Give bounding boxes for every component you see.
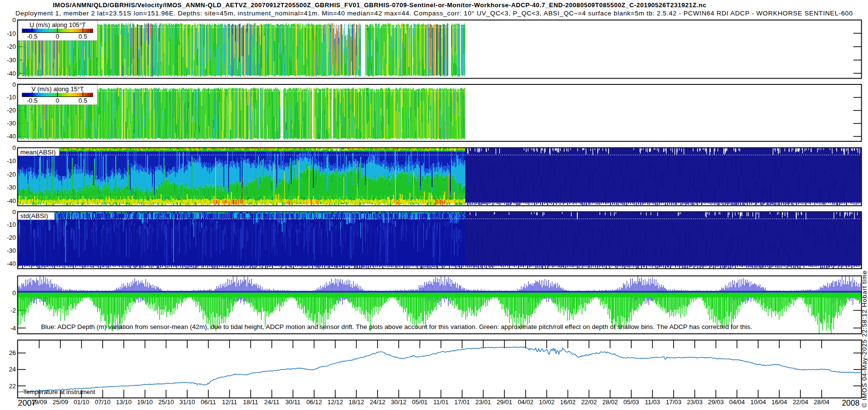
svg-text:-40: -40: [7, 70, 16, 77]
svg-text:12/11: 12/11: [222, 398, 237, 406]
svg-text:2007: 2007: [18, 398, 36, 408]
svg-text:0: 0: [56, 33, 59, 40]
svg-text:-0.5: -0.5: [27, 33, 37, 40]
svg-text:-10: -10: [7, 30, 16, 37]
svg-text:mean(ABSI): mean(ABSI): [20, 149, 56, 156]
svg-text:-30: -30: [7, 120, 16, 127]
svg-text:0: 0: [13, 16, 16, 24]
svg-text:29/01: 29/01: [497, 398, 513, 406]
svg-text:16/04: 16/04: [772, 398, 787, 406]
svg-text:IMOS/ANMN/QLD/GBRHIS/Velocity/: IMOS/ANMN/QLD/GBRHIS/Velocity/IMOS_ANMN-…: [53, 1, 706, 9]
svg-text:-2: -2: [10, 307, 16, 314]
svg-text:-20: -20: [7, 171, 16, 178]
svg-text:std(ABSI): std(ABSI): [20, 212, 48, 219]
svg-text:23/01: 23/01: [475, 398, 491, 406]
svg-text:-10: -10: [7, 94, 16, 101]
svg-text:13/10: 13/10: [116, 398, 132, 406]
svg-text:04/04: 04/04: [729, 398, 745, 406]
svg-text:05/01: 05/01: [412, 398, 428, 406]
svg-text:22: 22: [9, 383, 16, 390]
svg-text:18/12: 18/12: [349, 398, 365, 406]
svg-text:-40: -40: [7, 260, 16, 267]
svg-text:24: 24: [9, 366, 16, 373]
svg-text:26: 26: [9, 349, 16, 356]
svg-text:06/12: 06/12: [306, 398, 322, 406]
svg-text:17/01: 17/01: [454, 398, 470, 406]
svg-text:Blue: ADCP Depth (m) variation: Blue: ADCP Depth (m) variation from sens…: [41, 323, 752, 330]
svg-text:0.5: 0.5: [79, 97, 87, 104]
svg-text:-20: -20: [7, 43, 16, 50]
svg-text:07/10: 07/10: [95, 398, 111, 406]
svg-text:04/02: 04/02: [518, 398, 534, 406]
svg-text:22/04: 22/04: [793, 398, 809, 406]
svg-text:23/03: 23/03: [687, 398, 703, 406]
svg-text:10/04: 10/04: [750, 398, 766, 406]
svg-text:29/03: 29/03: [708, 398, 724, 406]
svg-text:Deployment 1, member 2 lat=23.: Deployment 1, member 2 lat=23.51S lon=15…: [15, 10, 853, 17]
svg-text:05/03: 05/03: [624, 398, 639, 406]
svg-text:-10: -10: [7, 157, 16, 164]
svg-text:28/04: 28/04: [814, 398, 830, 406]
svg-text:24/12: 24/12: [370, 398, 386, 406]
svg-text:22/02: 22/02: [581, 398, 597, 406]
svg-text:12/12: 12/12: [327, 398, 343, 406]
svg-text:25/10: 25/10: [158, 398, 174, 406]
svg-text:31/10: 31/10: [179, 398, 195, 406]
svg-text:0: 0: [13, 289, 16, 297]
svg-text:Temperature at instrument: Temperature at instrument: [23, 388, 95, 396]
svg-text:18/11: 18/11: [243, 398, 258, 406]
svg-text:0: 0: [13, 81, 16, 88]
svg-text:-20: -20: [7, 234, 16, 241]
svg-text:10/02: 10/02: [539, 398, 555, 406]
svg-text:16/02: 16/02: [560, 398, 576, 406]
svg-text:0: 0: [13, 208, 16, 216]
svg-text:11/03: 11/03: [645, 398, 660, 406]
svg-text:-40: -40: [7, 133, 16, 140]
svg-text:0: 0: [56, 97, 59, 104]
svg-text:01/10: 01/10: [74, 398, 90, 406]
svg-text:-40: -40: [7, 197, 16, 205]
svg-text:-0.5: -0.5: [27, 97, 37, 104]
svg-text:24/11: 24/11: [264, 398, 280, 406]
svg-text:25/09: 25/09: [53, 398, 68, 406]
svg-text:30/12: 30/12: [391, 398, 407, 406]
svg-text:19/10: 19/10: [137, 398, 153, 406]
svg-text:0.5: 0.5: [79, 33, 87, 40]
svg-text:-10: -10: [7, 221, 16, 228]
svg-text:2008: 2008: [842, 398, 860, 407]
svg-text:30/11: 30/11: [285, 398, 301, 406]
svg-text:11/01: 11/01: [434, 398, 449, 406]
svg-text:28/02: 28/02: [602, 398, 618, 406]
svg-text:17/03: 17/03: [666, 398, 682, 406]
svg-text:06/11: 06/11: [201, 398, 216, 406]
svg-text:0: 0: [13, 144, 16, 151]
svg-text:-30: -30: [7, 184, 16, 191]
svg-text:-20: -20: [7, 107, 16, 114]
svg-text:-4: -4: [10, 325, 16, 332]
svg-text:-30: -30: [7, 56, 16, 64]
svg-text:-30: -30: [7, 247, 16, 254]
